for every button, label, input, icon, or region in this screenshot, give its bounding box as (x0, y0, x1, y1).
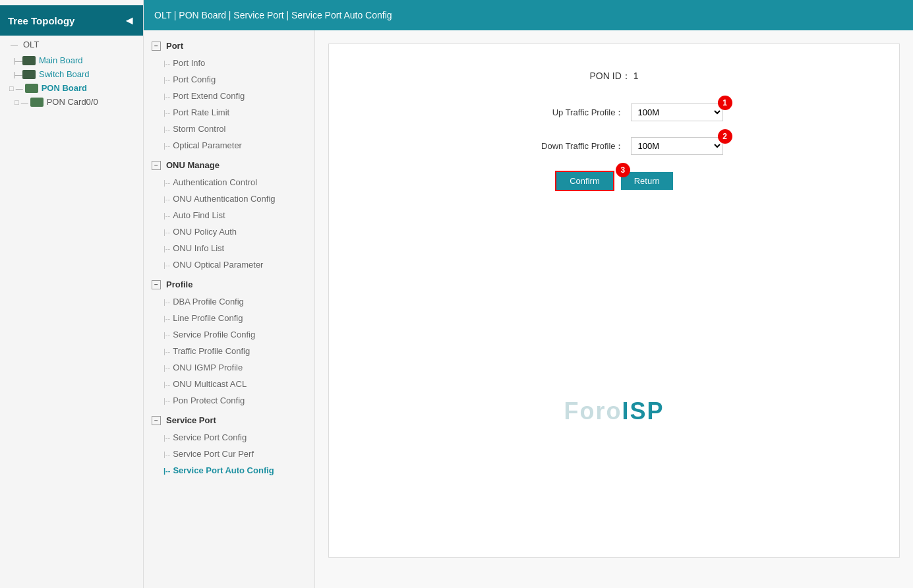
breadcrumb: OLT | PON Board | Service Port | Service… (144, 0, 913, 30)
sidebar-title-text: Tree Topology (8, 15, 74, 26)
menu-item-onu-info-list[interactable]: ONU Info List (144, 240, 314, 256)
onu-section-label: ONU Manage (166, 160, 220, 170)
pon-id-row: PON ID： 1 (368, 71, 860, 82)
watermark-text: ForoISP (564, 397, 664, 425)
menu-item-traffic-profile[interactable]: Traffic Profile Config (144, 343, 314, 359)
down-traffic-select[interactable]: 100M 200M 500M 1G (631, 137, 723, 155)
service-port-section-label: Service Port (166, 415, 216, 425)
watermark: ForoISP (564, 397, 664, 425)
switch-board-label: Switch Board (39, 69, 90, 79)
pon-board-label: PON Board (42, 83, 87, 93)
menu-item-port-info[interactable]: Port Info (144, 55, 314, 71)
button-row: Confirm 3 Return (368, 171, 860, 191)
tree-node-main-board[interactable]: |— Main Board (0, 53, 143, 67)
breadcrumb-text: OLT | PON Board | Service Port | Service… (154, 10, 392, 20)
menu-item-optical-parameter[interactable]: Optical Parameter (144, 137, 314, 154)
tree-connector: |— (13, 57, 22, 65)
main-board-icon (22, 56, 36, 65)
menu-item-dba-profile[interactable]: DBA Profile Config (144, 293, 314, 310)
menu-item-service-port-auto-config[interactable]: Service Port Auto Config (144, 462, 314, 479)
up-traffic-label: Up Traffic Profile： (506, 107, 624, 119)
menu-item-port-config[interactable]: Port Config (144, 71, 314, 88)
tree-connector: — (16, 84, 25, 92)
tree-connector: |— (13, 71, 22, 78)
menu-item-onu-policy-auth[interactable]: ONU Policy Auth (144, 223, 314, 240)
pon-board-icon (25, 84, 38, 93)
menu-section-profile: − Profile DBA Profile Config Line Profil… (144, 276, 314, 409)
up-traffic-select[interactable]: 100M 200M 500M 1G (631, 103, 723, 121)
tree-node-switch-board[interactable]: |— Switch Board (0, 67, 143, 81)
service-port-section-icon: − (152, 416, 161, 425)
menu-item-service-port-config[interactable]: Service Port Config (144, 429, 314, 446)
menu-item-pon-protect[interactable]: Pon Protect Config (144, 392, 314, 409)
pon-id-label: PON ID： (590, 71, 631, 81)
badge-3: 3 (616, 163, 630, 177)
onu-section-icon: − (152, 161, 161, 170)
menu-section-onu: − ONU Manage Authentication Control ONU … (144, 156, 314, 273)
menu-item-onu-auth-config[interactable]: ONU Authentication Config (144, 191, 314, 207)
form-container: PON ID： 1 Up Traffic Profile： 100M 200M … (328, 44, 900, 558)
menu-item-port-extend-config[interactable]: Port Extend Config (144, 88, 314, 104)
menu-item-onu-igmp-profile[interactable]: ONU IGMP Profile (144, 359, 314, 376)
profile-section-label: Profile (166, 279, 192, 289)
menu-item-auth-control[interactable]: Authentication Control (144, 174, 314, 191)
menu-panel: − Port Port Info Port Config Port Extend… (144, 30, 315, 588)
menu-item-onu-multicast-acl[interactable]: ONU Multicast ACL (144, 376, 314, 392)
down-traffic-row: Down Traffic Profile： 100M 200M 500M 1G … (368, 137, 860, 155)
return-button[interactable]: Return (621, 172, 673, 190)
menu-item-onu-optical-parameter[interactable]: ONU Optical Parameter (144, 256, 314, 273)
tree-node-pon-board[interactable]: □ — PON Board (0, 81, 143, 95)
badge-2: 2 (718, 129, 732, 144)
menu-item-auto-find-list[interactable]: Auto Find List (144, 207, 314, 223)
tree-node-pon-card[interactable]: □ — PON Card0/0 (0, 95, 143, 109)
switch-board-icon (22, 70, 36, 79)
olt-label: OLT (23, 40, 39, 49)
confirm-button[interactable]: Confirm (555, 171, 614, 191)
main-board-label: Main Board (39, 55, 82, 65)
menu-item-line-profile[interactable]: Line Profile Config (144, 310, 314, 326)
menu-item-service-port-cur-perf[interactable]: Service Port Cur Perf (144, 446, 314, 462)
port-section-icon: − (152, 42, 161, 51)
down-traffic-label: Down Traffic Profile： (506, 140, 624, 152)
sidebar-title: Tree Topology ◄ (0, 5, 143, 36)
menu-item-storm-control[interactable]: Storm Control (144, 121, 314, 137)
form-panel: PON ID： 1 Up Traffic Profile： 100M 200M … (315, 30, 913, 588)
profile-section-header: − Profile (144, 276, 314, 293)
pon-card-label: PON Card0/0 (47, 97, 98, 107)
port-section-header: − Port (144, 37, 314, 55)
port-section-label: Port (166, 41, 183, 51)
menu-section-port: − Port Port Info Port Config Port Extend… (144, 37, 314, 154)
pon-id-value: 1 (633, 71, 639, 81)
menu-section-service-port: − Service Port Service Port Config Servi… (144, 411, 314, 479)
up-traffic-row: Up Traffic Profile： 100M 200M 500M 1G 1 (368, 103, 860, 121)
profile-section-icon: − (152, 280, 161, 289)
collapse-icon[interactable]: ◄ (123, 14, 135, 28)
tree-olt-node[interactable]: — OLT (0, 36, 143, 53)
tree-connector: — (21, 98, 30, 106)
onu-section-header: − ONU Manage (144, 156, 314, 174)
badge-1: 1 (718, 96, 732, 110)
service-port-section-header: − Service Port (144, 411, 314, 429)
menu-item-port-rate-limit[interactable]: Port Rate Limit (144, 104, 314, 121)
pon-card-icon (30, 98, 44, 107)
menu-item-service-profile[interactable]: Service Profile Config (144, 326, 314, 343)
